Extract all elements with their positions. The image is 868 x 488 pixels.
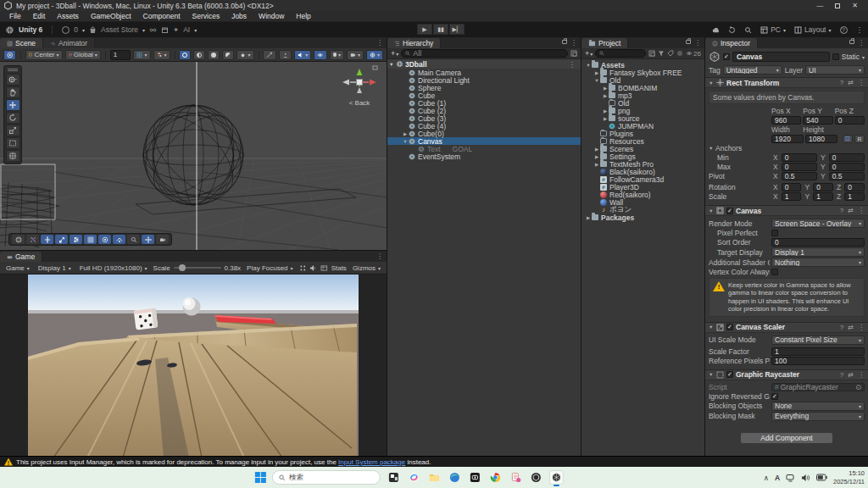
ignore-reversed-checkbox[interactable]: ✓ — [771, 393, 778, 400]
taskbar-icon-unity-editor[interactable] — [549, 470, 564, 485]
hierarchy-item-cube-1-[interactable]: Cube (1) — [387, 99, 581, 107]
pivot-dropdown[interactable]: Center▾ — [25, 50, 62, 60]
scale-z[interactable]: 1 — [844, 192, 865, 201]
rotation-y[interactable]: 0 — [813, 183, 833, 191]
project-hidden-count[interactable]: 26 — [686, 50, 701, 58]
tool-settings-button[interactable] — [3, 50, 16, 60]
2d-toggle-button[interactable] — [263, 50, 275, 60]
overlay-gizmo-move-button[interactable] — [142, 235, 154, 244]
inspector-kebab-icon[interactable]: ⋮ — [858, 39, 865, 47]
scale-tool-button[interactable] — [6, 125, 20, 136]
expander-icon[interactable]: ▶ — [585, 215, 592, 220]
draw-mode-shaded-button[interactable] — [179, 50, 191, 60]
stats-button[interactable]: Stats — [331, 264, 347, 272]
account-count[interactable]: 0 — [74, 25, 78, 34]
canvas-help-icon[interactable]: ? — [840, 207, 843, 214]
gizmos-dropdown[interactable]: Gizmos▾ — [350, 263, 383, 273]
scaler-presets-icon[interactable]: ⇄ — [848, 324, 854, 331]
menu-file[interactable]: File — [3, 12, 27, 20]
toolbar-kebab-icon[interactable]: ⋮ — [856, 25, 864, 34]
project-search-input[interactable] — [595, 49, 646, 58]
scale-x[interactable]: 1 — [782, 192, 802, 201]
expander-icon[interactable]: ▼ — [593, 78, 600, 83]
expander-icon[interactable]: ▶ — [602, 93, 609, 98]
hierarchy-item-cube-3-[interactable]: Cube (3) — [387, 114, 581, 122]
static-checkbox[interactable] — [832, 53, 839, 60]
project-item-red-saikoro-[interactable]: Red(saikoro) — [581, 191, 704, 198]
taskbar-icon-copilot[interactable] — [407, 470, 421, 485]
rect-tool-button[interactable] — [6, 137, 20, 149]
target-display-dropdown[interactable]: Display 1▾ — [771, 247, 865, 257]
debug-draw-dropdown[interactable]: ▾ — [236, 50, 253, 60]
input-system-package-link[interactable]: Input System package — [338, 458, 405, 466]
menu-window[interactable]: Window — [253, 12, 290, 20]
tag-dropdown[interactable]: Untagged▾ — [723, 65, 782, 75]
project-item-mp3[interactable]: ▶mp3 — [581, 92, 704, 99]
hierarchy-search-input[interactable]: All — [401, 49, 568, 58]
rt-presets-icon[interactable]: ⇄ — [848, 79, 854, 86]
menu-jobs[interactable]: Jobs — [225, 12, 253, 20]
overlay-scale-button[interactable] — [55, 235, 68, 244]
scene-tab-kebab-icon[interactable]: ⋮ — [376, 39, 383, 47]
scene-viewport[interactable]: < Back — [0, 62, 387, 250]
hierarchy-kebab-icon[interactable]: ⋮ — [570, 39, 577, 47]
lighting-toggle-button[interactable] — [279, 50, 292, 60]
overlay-move-button[interactable] — [41, 235, 53, 244]
video-grid-icon[interactable] — [320, 264, 328, 272]
gizmo-view-label[interactable]: < Back — [341, 99, 378, 107]
pause-button[interactable]: ▮▮ — [433, 24, 448, 35]
pivot-y[interactable]: 0.5 — [829, 172, 865, 180]
transform-tool-button[interactable] — [6, 150, 20, 162]
effects-dropdown[interactable] — [314, 50, 326, 60]
menu-assets[interactable]: Assets — [51, 12, 85, 20]
project-item-png[interactable]: ▶png — [581, 107, 704, 114]
hierarchy-picker-icon[interactable] — [570, 50, 577, 57]
project-item--[interactable]: ♪ポヨン — [581, 206, 704, 214]
draw-mode-wireframe-button[interactable] — [193, 50, 205, 60]
display-dropdown[interactable]: Display 1▾ — [36, 263, 74, 273]
add-component-button[interactable]: Add Component — [740, 432, 833, 444]
snap-increment-field[interactable]: 1 — [110, 50, 131, 60]
project-kebab-icon[interactable]: ⋮ — [694, 39, 701, 47]
package-manager-icon[interactable] — [161, 26, 169, 34]
inspector-lock-icon[interactable] — [849, 40, 854, 44]
project-item-wall[interactable]: Wall — [581, 198, 704, 206]
network-icon[interactable] — [786, 474, 795, 482]
project-item-packages[interactable]: ▶Packages — [581, 214, 704, 221]
anchors-foldout[interactable]: Anchors — [715, 144, 776, 152]
scale-y[interactable]: 1 — [813, 192, 833, 201]
hand-tool-button[interactable] — [6, 86, 20, 98]
scale-slider[interactable] — [174, 267, 221, 269]
menu-gameobject[interactable]: GameObject — [85, 12, 137, 20]
taskbar-icon-task-view[interactable] — [387, 470, 401, 485]
expander-icon[interactable]: ▶ — [593, 162, 600, 167]
expander-icon[interactable]: ▶ — [593, 154, 600, 159]
tab-game[interactable]: Game — [0, 252, 42, 262]
sort-order-field[interactable]: 0 — [771, 238, 865, 247]
account-icon[interactable] — [62, 26, 70, 34]
taskbar-icon-unity-hub[interactable] — [529, 470, 543, 485]
overlay-lighting-button[interactable] — [113, 235, 125, 244]
blocking-mask-dropdown[interactable]: Everything▾ — [771, 412, 865, 421]
grid-snap-dropdown[interactable]: ▾ — [133, 50, 150, 60]
hierarchy-item-directional-light[interactable]: Directional Light — [387, 76, 581, 84]
space-dropdown[interactable]: Global▾ — [65, 50, 101, 60]
shader-channels-dropdown[interactable]: Nothing▾ — [771, 258, 865, 267]
play-button[interactable]: ▶ — [417, 24, 432, 35]
static-dropdown-icon[interactable]: ▾ — [862, 54, 865, 60]
anchor-min-x[interactable]: 0 — [782, 153, 817, 162]
raycaster-help-icon[interactable]: ? — [840, 371, 843, 379]
version-control-icon[interactable] — [149, 26, 157, 34]
menu-edit[interactable]: Edit — [27, 12, 52, 20]
expander-icon[interactable]: ▶ — [593, 147, 600, 152]
width-field[interactable]: 1920 — [771, 135, 804, 143]
draw-mode-overdraw-button[interactable] — [222, 50, 234, 60]
camera-preview-dropdown[interactable]: ▾ — [347, 50, 364, 60]
overlay-menu-button[interactable] — [12, 235, 25, 244]
scale-factor-field[interactable]: 1 — [771, 347, 865, 356]
project-item-jumpman[interactable]: JUMPMAN — [581, 122, 704, 130]
canvas-scaler-header[interactable]: ▼ ✓ Canvas Scaler ?⇄⋮ — [705, 322, 868, 333]
project-favorites-icon[interactable] — [676, 50, 683, 57]
overlay-shuffle-button[interactable] — [26, 235, 39, 244]
overlay-search-button[interactable] — [127, 235, 140, 244]
